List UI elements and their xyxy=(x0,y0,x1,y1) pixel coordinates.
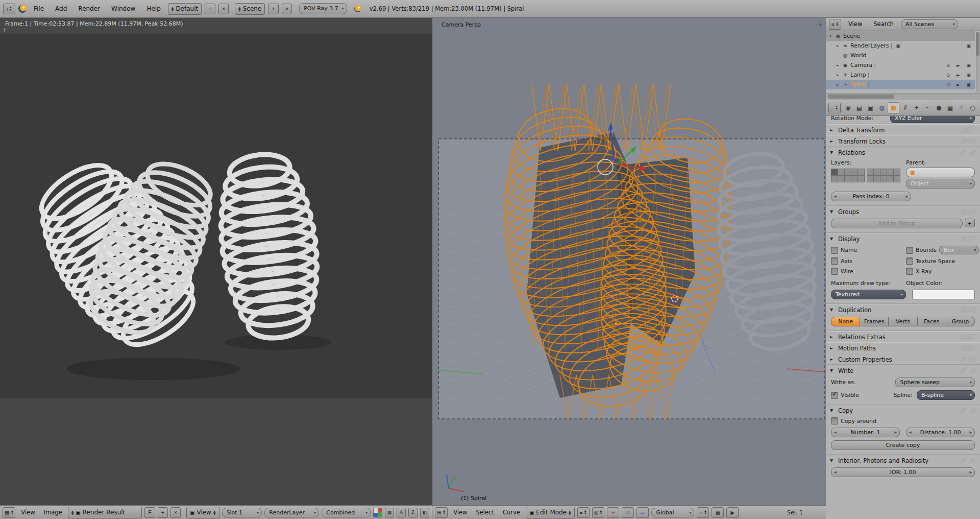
tab-scene[interactable]: ▣ xyxy=(865,103,876,113)
channels-alpha-button[interactable]: A xyxy=(397,508,406,517)
copy-distance-slider[interactable]: Distance: 1.00 xyxy=(906,428,975,437)
panel-display-header[interactable]: Display xyxy=(826,233,980,244)
screen-layout-selector[interactable]: Default xyxy=(168,3,202,15)
add-layout-button[interactable]: + xyxy=(205,4,215,14)
panel-grip[interactable] xyxy=(961,334,976,340)
dup-none-button[interactable]: None xyxy=(831,317,860,326)
menu-curve[interactable]: Curve xyxy=(500,508,523,516)
render-pass-dropdown[interactable]: Combined xyxy=(322,508,371,517)
add-to-group-button[interactable]: Add to Group xyxy=(831,219,963,228)
menu-select[interactable]: Select xyxy=(473,508,497,516)
panel-interior-header[interactable]: Interior, Photons and Radiosity xyxy=(826,455,980,466)
fake-user-button[interactable]: F xyxy=(144,507,155,518)
render-layer-dropdown[interactable]: RenderLayer xyxy=(264,508,319,517)
manipulator-scale-button[interactable]: ▱ xyxy=(636,507,649,518)
editor-type-outliner-button[interactable]: ≡ xyxy=(829,19,841,30)
opengl-render-anim-button[interactable]: ▶ xyxy=(726,507,739,518)
visible-checkbox[interactable]: Visible xyxy=(831,392,889,399)
checkbox[interactable] xyxy=(906,257,913,265)
checkbox[interactable] xyxy=(906,247,913,254)
dup-group-button[interactable]: Group xyxy=(946,317,975,326)
disclosure-closed-icon[interactable]: ▸ xyxy=(835,73,840,77)
outliner-hscrollbar[interactable] xyxy=(826,93,980,100)
remove-layout-button[interactable]: × xyxy=(218,4,229,14)
tab-render-layers[interactable]: ▤ xyxy=(854,103,865,113)
checkbox[interactable] xyxy=(831,268,838,275)
editor-type-image-button[interactable]: ▦ xyxy=(3,507,15,518)
draw-type-dropdown[interactable]: Textured xyxy=(831,290,906,299)
menu-render[interactable]: Render xyxy=(74,4,104,13)
checkbox[interactable] xyxy=(831,257,838,265)
panel-grip[interactable] xyxy=(961,368,976,373)
menu-search[interactable]: Search xyxy=(869,19,898,29)
panel-groups-header[interactable]: Groups xyxy=(826,206,980,217)
visibility-eye-icon[interactable]: ⊙ xyxy=(944,73,952,78)
disclosure-closed-icon[interactable]: ▸ xyxy=(835,83,840,87)
checkbox-checked[interactable] xyxy=(831,392,838,399)
panel-write-header[interactable]: Write xyxy=(826,365,980,376)
camera-data-icon[interactable]: ▣ xyxy=(894,43,902,49)
outliner-row-camera[interactable]: ▸ ◆ Camera | ⊙ ► ▣ xyxy=(826,60,975,70)
panel-custom-properties-header[interactable]: Custom Properties xyxy=(826,354,980,365)
new-image-button[interactable]: + xyxy=(158,507,168,518)
panel-delta-transform-header[interactable]: Delta Transform xyxy=(826,125,980,135)
panel-grip[interactable] xyxy=(961,408,976,413)
pass-index-slider[interactable]: Pass Index: 0 xyxy=(831,192,911,201)
wire-checkbox[interactable]: Wire xyxy=(831,268,900,275)
opengl-render-button[interactable]: ▦ xyxy=(712,507,724,518)
viewport-shading-dropdown[interactable]: ● xyxy=(577,507,590,518)
xray-checkbox[interactable]: X-Ray xyxy=(906,268,975,275)
tab-object[interactable]: ■ xyxy=(888,102,899,114)
menu-window[interactable]: Window xyxy=(107,4,139,13)
panel-motion-paths-header[interactable]: Motion Paths xyxy=(826,343,980,353)
rotation-mode-dropdown[interactable]: XYZ Euler xyxy=(890,116,975,123)
outliner-scrollbar[interactable] xyxy=(976,32,979,93)
outliner-row-renderlayers[interactable]: ▸ ≡ RenderLayers | ▣ ▣ xyxy=(826,41,975,51)
scene-selector[interactable]: Scene xyxy=(235,3,265,15)
parent-type-dropdown[interactable]: Object xyxy=(906,179,975,188)
checkbox[interactable] xyxy=(831,247,838,254)
new-group-button[interactable]: + xyxy=(965,219,975,227)
image-view-dropdown[interactable]: ▣ View xyxy=(186,507,219,518)
dup-frames-button[interactable]: Frames xyxy=(860,317,889,326)
parent-object-field[interactable]: ■ xyxy=(906,168,975,177)
tab-modifiers[interactable]: ✦ xyxy=(911,103,922,113)
panel-grip[interactable] xyxy=(961,345,976,351)
panel-grip[interactable] xyxy=(961,138,976,144)
tab-world[interactable]: ◍ xyxy=(876,103,887,113)
visibility-eye-icon[interactable]: ⊙ xyxy=(944,63,952,68)
dup-faces-button[interactable]: Faces xyxy=(918,317,946,326)
panel-copy-header[interactable]: Copy xyxy=(826,405,980,416)
render-toggle-icon[interactable]: ▣ xyxy=(964,43,973,49)
bounds-type-dropdown[interactable]: Box xyxy=(939,246,979,254)
pivot-point-dropdown[interactable]: ◎ xyxy=(592,507,605,518)
panel-relations-extras-header[interactable]: Relations Extras xyxy=(826,332,980,342)
panel-grip[interactable] xyxy=(961,127,976,133)
panel-relations-header[interactable]: Relations xyxy=(826,147,980,158)
checkbox[interactable] xyxy=(906,268,913,275)
renderability-icon[interactable]: ▣ xyxy=(964,73,973,78)
tab-texture[interactable]: ▦ xyxy=(945,103,955,113)
region-expand-icon[interactable]: + xyxy=(2,27,7,34)
tab-object-data[interactable]: ~ xyxy=(922,103,933,113)
copy-number-slider[interactable]: Number: 1 xyxy=(831,428,900,437)
visibility-eye-icon[interactable]: ⊙ xyxy=(944,82,952,87)
name-checkbox[interactable]: Name xyxy=(831,247,900,254)
channels-exposure-button[interactable]: ◧ xyxy=(420,508,429,517)
tab-particles[interactable]: ∴ xyxy=(956,103,967,113)
menu-view[interactable]: View xyxy=(18,508,38,516)
selectability-icon[interactable]: ► xyxy=(954,63,963,68)
snap-toggle-button[interactable]: ∩ xyxy=(697,507,709,518)
panel-grip[interactable] xyxy=(961,458,976,463)
editor-type-info-button[interactable]: i xyxy=(3,4,15,14)
create-copy-button[interactable]: Create copy xyxy=(831,440,975,450)
panel-grip[interactable] xyxy=(961,357,976,362)
outliner-filter-dropdown[interactable]: All Scenes xyxy=(901,19,958,29)
axis-checkbox[interactable]: Axis xyxy=(831,257,900,265)
tab-constraints[interactable]: # xyxy=(900,103,911,113)
object-color-swatch[interactable] xyxy=(912,290,975,299)
unlink-image-button[interactable]: × xyxy=(170,507,181,518)
transform-orientation-dropdown[interactable]: Global xyxy=(651,508,694,517)
spline-dropdown[interactable]: B-spline xyxy=(917,390,975,400)
panel-transform-locks-header[interactable]: Transform Locks xyxy=(826,136,980,147)
